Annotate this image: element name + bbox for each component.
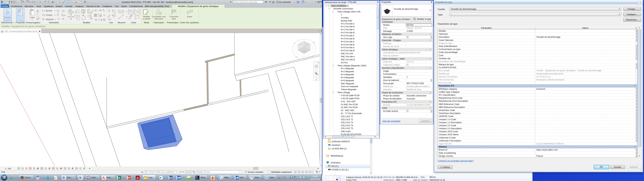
svg-text:sight: sight xyxy=(196,178,198,179)
svg-text:W: W xyxy=(170,176,172,179)
svg-text:e: e xyxy=(303,176,304,178)
svg-text:P: P xyxy=(128,176,130,179)
svg-text:X: X xyxy=(119,176,120,179)
svg-text:R: R xyxy=(1,0,3,4)
svg-text:e: e xyxy=(10,175,12,180)
svg-text:R: R xyxy=(62,176,65,180)
svg-text:0: 0 xyxy=(38,176,38,177)
svg-text:A: A xyxy=(52,0,54,3)
svg-text:+W: +W xyxy=(57,13,59,14)
svg-text:BAS: BAS xyxy=(302,50,306,52)
svg-text:BIM: BIM xyxy=(196,176,198,178)
svg-text:S: S xyxy=(293,42,296,45)
svg-text:E: E xyxy=(312,41,316,44)
svg-text:R: R xyxy=(79,176,82,180)
svg-text:A: A xyxy=(102,176,105,180)
